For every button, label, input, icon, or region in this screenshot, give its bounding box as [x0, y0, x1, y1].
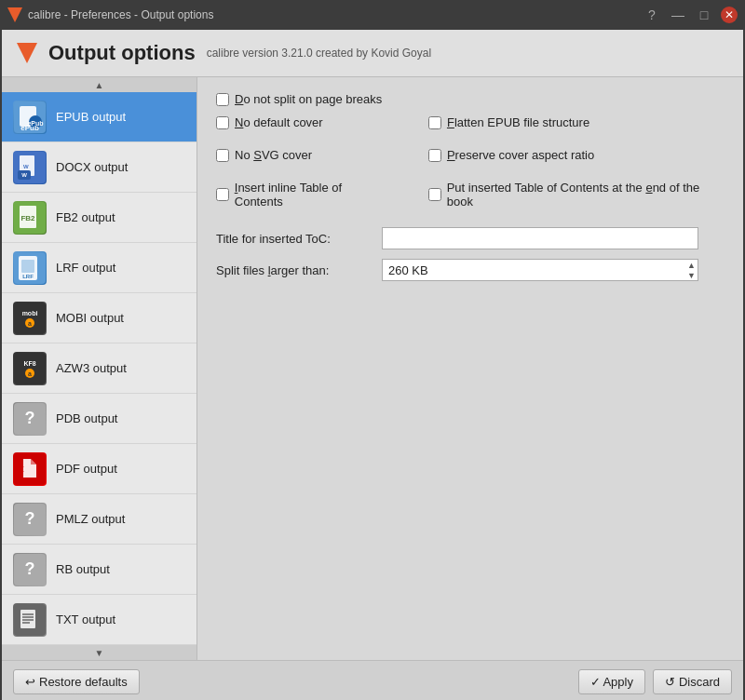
maximize-button[interactable]: □: [695, 6, 713, 24]
close-button[interactable]: ✕: [721, 7, 738, 23]
right-buttons: ✓ Apply ↺ Discard: [578, 669, 733, 694]
header-subtitle: calibre version 3.21.0 created by Kovid …: [207, 47, 431, 60]
apply-button[interactable]: ✓ Apply: [578, 669, 645, 694]
option-preserve-cover-text: Preserve cover aspect ratio: [447, 148, 594, 162]
option-preserve-cover-label[interactable]: Preserve cover aspect ratio: [428, 148, 594, 162]
mobi-icon: mobi a: [13, 302, 47, 335]
option-no-split-text: Do not split on page breaks: [235, 92, 382, 106]
sidebar-label-txt: TXT output: [56, 612, 115, 626]
sidebar-label-azw3: AZW3 output: [56, 361, 127, 375]
title-bar-left: calibre - Preferences - Output options: [7, 7, 213, 22]
option-toc-end-label[interactable]: Put inserted Table of Contents at the en…: [428, 181, 725, 209]
option-no-split-checkbox[interactable]: [216, 93, 229, 106]
restore-defaults-icon: ↩: [25, 675, 35, 689]
lrf-icon: LRF: [13, 251, 47, 285]
sidebar-item-rb[interactable]: ? RB output: [2, 545, 196, 595]
svg-text:a: a: [28, 320, 32, 327]
fb2-icon: FB2: [13, 201, 47, 235]
sidebar[interactable]: ▲ ePub EPUB output W: [2, 77, 197, 660]
sidebar-item-pdf[interactable]: PDF output: [2, 444, 196, 494]
right-panel: Do not split on page breaks No default c…: [197, 77, 743, 660]
sidebar-item-azw3[interactable]: KF8 a AZW3 output: [2, 343, 196, 394]
option-inline-toc-text: Insert inline Table of Contents: [235, 181, 391, 209]
pmlz-icon: ?: [13, 503, 47, 536]
svg-text:?: ?: [25, 409, 35, 427]
discard-button[interactable]: ↺ Discard: [653, 669, 732, 694]
discard-icon: ↺: [665, 675, 675, 689]
sidebar-label-pmlz: PMLZ output: [56, 512, 125, 526]
option-no-default-cover-checkbox[interactable]: [216, 116, 229, 129]
option-no-svg-cover-label[interactable]: No SVG cover: [216, 148, 312, 162]
option-flatten-epub-row: Flatten EPUB file structure: [428, 115, 725, 129]
option-no-svg-cover-row: No SVG cover: [216, 148, 391, 162]
title-bar-controls[interactable]: ? — □ ✕: [643, 6, 738, 24]
svg-text:W: W: [23, 164, 29, 169]
svg-text:?: ?: [25, 559, 35, 578]
svg-text:mobi: mobi: [22, 310, 38, 316]
sidebar-item-lrf[interactable]: LRF LRF output: [2, 243, 196, 293]
option-flatten-epub-text: Flatten EPUB file structure: [447, 115, 589, 129]
epub-icon: ePub: [13, 101, 47, 134]
option-inline-toc-label[interactable]: Insert inline Table of Contents: [216, 181, 391, 209]
header-icon: [17, 43, 37, 63]
main-window: Output options calibre version 3.21.0 cr…: [2, 30, 743, 700]
split-files-spinbox[interactable]: 260 KB ▲ ▼: [382, 259, 698, 281]
sidebar-item-txt[interactable]: TXT output: [2, 595, 196, 645]
sidebar-scroll-up[interactable]: ▲: [2, 77, 196, 92]
title-toc-input[interactable]: [382, 227, 698, 249]
sidebar-label-pdf: PDF output: [56, 462, 117, 476]
option-preserve-cover-row: Preserve cover aspect ratio: [428, 148, 725, 162]
option-preserve-cover-checkbox[interactable]: [428, 149, 441, 162]
discard-label: Discard: [679, 675, 720, 689]
svg-text:LRF: LRF: [22, 274, 34, 279]
option-no-split-label[interactable]: Do not split on page breaks: [216, 92, 382, 106]
sidebar-item-mobi[interactable]: mobi a MOBI output: [2, 293, 196, 343]
window-title: calibre - Preferences - Output options: [28, 8, 213, 21]
spin-down-arrow[interactable]: ▼: [687, 271, 696, 281]
option-inline-toc-checkbox[interactable]: [216, 188, 229, 201]
sidebar-label-fb2: FB2 output: [56, 210, 115, 224]
split-files-value: 260 KB: [388, 263, 428, 277]
sidebar-item-pdb[interactable]: ? PDB output: [2, 394, 196, 444]
sidebar-item-docx[interactable]: W W DOCX output: [2, 142, 196, 193]
option-no-svg-cover-checkbox[interactable]: [216, 149, 229, 162]
svg-text:FB2: FB2: [20, 214, 35, 222]
svg-text:KF8: KF8: [23, 360, 35, 367]
docx-icon: W W: [13, 151, 47, 184]
sidebar-item-fb2[interactable]: FB2 FB2 output: [2, 193, 196, 243]
restore-defaults-button[interactable]: ↩ Restore defaults: [13, 669, 140, 694]
page-title: Output options: [48, 41, 196, 65]
svg-rect-32: [20, 610, 35, 628]
txt-icon: [13, 603, 47, 637]
bottom-bar: ↩ Restore defaults ✓ Apply ↺ Discard: [2, 660, 743, 700]
title-toc-row: Title for inserted ToC:: [216, 227, 725, 249]
apply-label: ✓ Apply: [590, 675, 633, 689]
split-files-label: Split files larger than:: [216, 263, 374, 277]
sidebar-label-mobi: MOBI output: [56, 311, 124, 325]
azw3-icon: KF8 a: [13, 352, 47, 385]
minimize-button[interactable]: —: [669, 6, 687, 24]
svg-text:a: a: [28, 370, 32, 377]
title-bar: calibre - Preferences - Output options ?…: [0, 0, 745, 30]
pdf-icon: [13, 452, 47, 486]
rb-icon: ?: [13, 553, 47, 586]
sidebar-scroll-down[interactable]: ▼: [2, 645, 196, 660]
svg-text:ePub: ePub: [27, 120, 43, 127]
option-no-default-cover-text: No default cover: [235, 115, 323, 129]
sidebar-item-pmlz[interactable]: ? PMLZ output: [2, 494, 196, 545]
spin-up-arrow[interactable]: ▲: [687, 261, 696, 271]
content-area: ▲ ePub EPUB output W: [2, 77, 743, 660]
sidebar-label-pdb: PDB output: [56, 411, 118, 425]
sidebar-item-epub[interactable]: ePub EPUB output: [2, 92, 196, 142]
option-no-svg-cover-text: No SVG cover: [235, 148, 312, 162]
option-flatten-epub-label[interactable]: Flatten EPUB file structure: [428, 115, 589, 129]
pdb-icon: ?: [13, 402, 47, 436]
option-no-default-cover-label[interactable]: No default cover: [216, 115, 323, 129]
help-button[interactable]: ?: [643, 6, 661, 24]
option-toc-end-checkbox[interactable]: [428, 188, 441, 201]
option-flatten-epub-checkbox[interactable]: [428, 116, 441, 129]
spin-arrows[interactable]: ▲ ▼: [687, 261, 696, 281]
option-no-split-row: Do not split on page breaks: [216, 92, 725, 106]
svg-text:W: W: [21, 172, 27, 178]
sidebar-label-rb: RB output: [56, 562, 110, 576]
